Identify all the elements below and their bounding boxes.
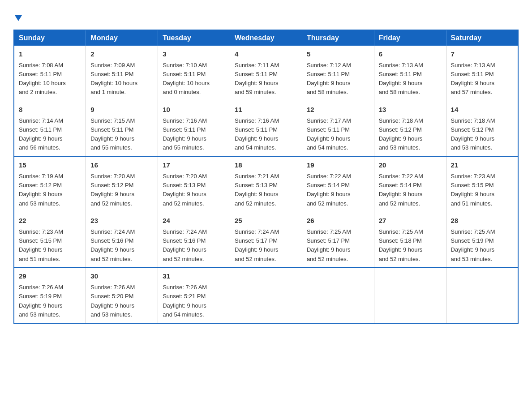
logo-triangle-icon	[15, 15, 22, 21]
calendar-week-row: 29 Sunrise: 7:26 AMSunset: 5:19 PMDaylig…	[14, 267, 518, 323]
day-number: 9	[90, 105, 153, 115]
cell-content: Sunrise: 7:13 AMSunset: 5:11 PMDaylight:…	[379, 62, 423, 95]
cell-content: Sunrise: 7:19 AMSunset: 5:12 PMDaylight:…	[19, 173, 63, 206]
calendar-cell: 20 Sunrise: 7:22 AMSunset: 5:14 PMDaylig…	[374, 156, 446, 212]
cell-content: Sunrise: 7:24 AMSunset: 5:16 PMDaylight:…	[163, 228, 207, 262]
calendar-cell: 22 Sunrise: 7:23 AMSunset: 5:15 PMDaylig…	[14, 212, 86, 267]
calendar-cell: 5 Sunrise: 7:12 AMSunset: 5:11 PMDayligh…	[302, 46, 374, 101]
day-number: 12	[307, 105, 369, 115]
day-number: 29	[19, 271, 81, 282]
cell-content: Sunrise: 7:16 AMSunset: 5:11 PMDaylight:…	[163, 117, 207, 151]
cell-content: Sunrise: 7:25 AMSunset: 5:17 PMDaylight:…	[307, 228, 351, 262]
cell-content: Sunrise: 7:22 AMSunset: 5:14 PMDaylight:…	[379, 173, 423, 206]
cell-content: Sunrise: 7:12 AMSunset: 5:11 PMDaylight:…	[307, 62, 351, 95]
day-number: 1	[19, 49, 81, 60]
calendar-cell	[302, 267, 374, 323]
calendar-header-thursday: Thursday	[302, 30, 374, 46]
calendar-cell: 10 Sunrise: 7:16 AMSunset: 5:11 PMDaylig…	[158, 101, 230, 156]
day-number: 3	[163, 49, 225, 60]
day-number: 16	[90, 160, 153, 171]
calendar-cell: 28 Sunrise: 7:25 AMSunset: 5:19 PMDaylig…	[446, 212, 518, 267]
cell-content: Sunrise: 7:11 AMSunset: 5:11 PMDaylight:…	[235, 62, 279, 95]
cell-content: Sunrise: 7:25 AMSunset: 5:18 PMDaylight:…	[379, 228, 423, 262]
cell-content: Sunrise: 7:09 AMSunset: 5:11 PMDaylight:…	[90, 62, 137, 95]
calendar-cell: 12 Sunrise: 7:17 AMSunset: 5:11 PMDaylig…	[302, 101, 374, 156]
day-number: 28	[451, 216, 513, 226]
calendar-cell: 1 Sunrise: 7:08 AMSunset: 5:11 PMDayligh…	[14, 46, 86, 101]
day-number: 4	[235, 49, 297, 60]
logo	[13, 9, 22, 21]
day-number: 7	[451, 49, 513, 60]
calendar-cell: 3 Sunrise: 7:10 AMSunset: 5:11 PMDayligh…	[158, 46, 230, 101]
calendar-cell	[374, 267, 446, 323]
day-number: 17	[163, 160, 225, 171]
calendar-cell: 30 Sunrise: 7:26 AMSunset: 5:20 PMDaylig…	[86, 267, 158, 323]
calendar-cell: 15 Sunrise: 7:19 AMSunset: 5:12 PMDaylig…	[14, 156, 86, 212]
day-number: 30	[90, 271, 153, 282]
day-number: 27	[379, 216, 442, 226]
day-number: 24	[163, 216, 225, 226]
cell-content: Sunrise: 7:22 AMSunset: 5:14 PMDaylight:…	[307, 173, 351, 206]
cell-content: Sunrise: 7:08 AMSunset: 5:11 PMDaylight:…	[19, 62, 66, 95]
cell-content: Sunrise: 7:15 AMSunset: 5:11 PMDaylight:…	[90, 117, 135, 151]
day-number: 23	[90, 216, 153, 226]
calendar-cell: 7 Sunrise: 7:13 AMSunset: 5:11 PMDayligh…	[446, 46, 518, 101]
page-header	[13, 9, 519, 21]
day-number: 2	[90, 49, 153, 60]
cell-content: Sunrise: 7:20 AMSunset: 5:13 PMDaylight:…	[163, 173, 207, 206]
calendar-cell: 27 Sunrise: 7:25 AMSunset: 5:18 PMDaylig…	[374, 212, 446, 267]
cell-content: Sunrise: 7:18 AMSunset: 5:12 PMDaylight:…	[379, 117, 423, 151]
calendar-cell: 2 Sunrise: 7:09 AMSunset: 5:11 PMDayligh…	[86, 46, 158, 101]
day-number: 14	[451, 105, 513, 115]
calendar-week-row: 8 Sunrise: 7:14 AMSunset: 5:11 PMDayligh…	[14, 101, 518, 156]
calendar-cell: 25 Sunrise: 7:24 AMSunset: 5:17 PMDaylig…	[230, 212, 302, 267]
calendar-cell: 31 Sunrise: 7:26 AMSunset: 5:21 PMDaylig…	[158, 267, 230, 323]
day-number: 26	[307, 216, 369, 226]
cell-content: Sunrise: 7:18 AMSunset: 5:12 PMDaylight:…	[451, 117, 495, 151]
calendar-week-row: 15 Sunrise: 7:19 AMSunset: 5:12 PMDaylig…	[14, 156, 518, 212]
calendar-cell: 24 Sunrise: 7:24 AMSunset: 5:16 PMDaylig…	[158, 212, 230, 267]
day-number: 11	[235, 105, 297, 115]
day-number: 31	[163, 271, 225, 282]
cell-content: Sunrise: 7:24 AMSunset: 5:17 PMDaylight:…	[235, 228, 279, 262]
calendar-cell	[446, 267, 518, 323]
cell-content: Sunrise: 7:10 AMSunset: 5:11 PMDaylight:…	[163, 62, 210, 95]
calendar-header-row: SundayMondayTuesdayWednesdayThursdayFrid…	[14, 30, 518, 46]
day-number: 13	[379, 105, 442, 115]
calendar-cell: 26 Sunrise: 7:25 AMSunset: 5:17 PMDaylig…	[302, 212, 374, 267]
cell-content: Sunrise: 7:26 AMSunset: 5:20 PMDaylight:…	[90, 284, 135, 317]
cell-content: Sunrise: 7:21 AMSunset: 5:13 PMDaylight:…	[235, 173, 279, 206]
cell-content: Sunrise: 7:17 AMSunset: 5:11 PMDaylight:…	[307, 117, 351, 151]
calendar-cell: 16 Sunrise: 7:20 AMSunset: 5:12 PMDaylig…	[86, 156, 158, 212]
calendar-header-wednesday: Wednesday	[230, 30, 302, 46]
cell-content: Sunrise: 7:23 AMSunset: 5:15 PMDaylight:…	[451, 173, 495, 206]
calendar-header-friday: Friday	[374, 30, 446, 46]
day-number: 21	[451, 160, 513, 171]
calendar-header-sunday: Sunday	[14, 30, 86, 46]
calendar-header-monday: Monday	[86, 30, 158, 46]
day-number: 15	[19, 160, 81, 171]
calendar-cell: 8 Sunrise: 7:14 AMSunset: 5:11 PMDayligh…	[14, 101, 86, 156]
cell-content: Sunrise: 7:20 AMSunset: 5:12 PMDaylight:…	[90, 173, 135, 206]
calendar-cell: 13 Sunrise: 7:18 AMSunset: 5:12 PMDaylig…	[374, 101, 446, 156]
cell-content: Sunrise: 7:26 AMSunset: 5:21 PMDaylight:…	[163, 284, 207, 317]
calendar-cell: 18 Sunrise: 7:21 AMSunset: 5:13 PMDaylig…	[230, 156, 302, 212]
calendar-week-row: 1 Sunrise: 7:08 AMSunset: 5:11 PMDayligh…	[14, 46, 518, 101]
calendar-cell	[230, 267, 302, 323]
calendar-cell: 19 Sunrise: 7:22 AMSunset: 5:14 PMDaylig…	[302, 156, 374, 212]
day-number: 5	[307, 49, 369, 60]
day-number: 18	[235, 160, 297, 171]
day-number: 8	[19, 105, 81, 115]
cell-content: Sunrise: 7:14 AMSunset: 5:11 PMDaylight:…	[19, 117, 63, 151]
calendar-cell: 17 Sunrise: 7:20 AMSunset: 5:13 PMDaylig…	[158, 156, 230, 212]
calendar-week-row: 22 Sunrise: 7:23 AMSunset: 5:15 PMDaylig…	[14, 212, 518, 267]
cell-content: Sunrise: 7:25 AMSunset: 5:19 PMDaylight:…	[451, 228, 495, 262]
calendar-header-tuesday: Tuesday	[158, 30, 230, 46]
calendar-cell: 6 Sunrise: 7:13 AMSunset: 5:11 PMDayligh…	[374, 46, 446, 101]
calendar-header-saturday: Saturday	[446, 30, 518, 46]
cell-content: Sunrise: 7:23 AMSunset: 5:15 PMDaylight:…	[19, 228, 63, 262]
day-number: 25	[235, 216, 297, 226]
calendar-cell: 4 Sunrise: 7:11 AMSunset: 5:11 PMDayligh…	[230, 46, 302, 101]
calendar-table: SundayMondayTuesdayWednesdayThursdayFrid…	[13, 30, 519, 324]
logo-general-text	[13, 9, 22, 22]
